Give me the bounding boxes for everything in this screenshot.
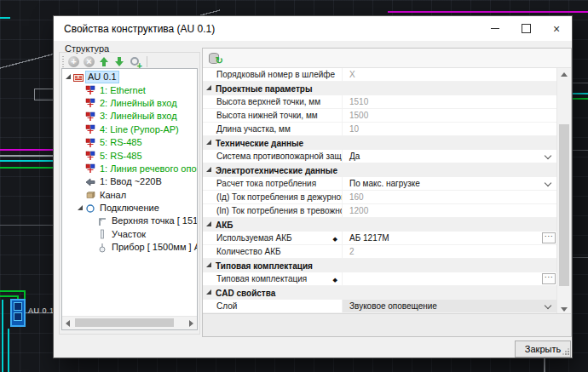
property-category-row[interactable]: Технические данные (203, 136, 557, 150)
grid-vertical-scrollbar[interactable] (556, 68, 571, 316)
tree-item-label: Канал (98, 190, 128, 201)
add-component-icon[interactable] (130, 56, 142, 68)
scroll-down-icon[interactable] (561, 307, 568, 312)
collapse-icon[interactable] (206, 262, 211, 267)
property-value[interactable]: АБ 1217М (342, 232, 557, 244)
property-row[interactable]: (Iп) Ток потребления в тревожном р...120… (203, 204, 557, 218)
property-value[interactable]: 1500 (342, 109, 557, 122)
property-value[interactable]: 160 (342, 191, 557, 203)
toolbar-separator (147, 56, 147, 67)
property-name: (Iд) Ток потребления в дежурном ре... (203, 192, 342, 202)
tree-item-label: Подключение (98, 203, 161, 214)
property-value[interactable]: Да (342, 150, 557, 163)
scroll-up-icon[interactable] (561, 72, 568, 77)
property-value-text: 1510 (349, 97, 368, 106)
chevron-down-icon[interactable] (545, 152, 551, 159)
scrollbar-thumb[interactable] (75, 318, 174, 327)
collapse-icon[interactable] (206, 167, 211, 172)
property-row[interactable]: Порядковый номер в шлейфеX (203, 68, 557, 82)
tree-item[interactable]: 4: Line (Рупор-АР) (62, 123, 197, 136)
collapse-icon[interactable] (206, 221, 211, 226)
tree-item[interactable]: Прибор [ 1500мм ] AU 0.1 (62, 241, 197, 254)
property-row[interactable]: Типовая комплектация◆ (203, 272, 557, 286)
tree-item[interactable]: 5: RS-485 (62, 136, 197, 149)
property-value-text: Звуковое оповещение (349, 301, 437, 311)
tree-item[interactable]: Верхняя точка [ 1510мм ] (62, 215, 197, 227)
minimize-button[interactable] (480, 16, 510, 41)
tree-item[interactable]: Подключение (62, 202, 197, 215)
chevron-down-icon[interactable] (545, 180, 551, 186)
tree-item[interactable]: Канал (62, 189, 197, 202)
port-icon (85, 138, 95, 148)
property-value[interactable]: 1510 (342, 95, 557, 108)
tree-item[interactable]: 3: Линейный вход (62, 110, 197, 123)
property-row[interactable]: Используемая АКБ◆АБ 1217М (203, 232, 557, 245)
resize-grip[interactable] (562, 348, 569, 355)
chevron-down-icon[interactable] (545, 302, 551, 309)
expander-icon[interactable] (77, 204, 85, 213)
category-label: Проектные параметры (216, 84, 312, 94)
delete-icon[interactable] (84, 56, 95, 67)
tree-horizontal-scrollbar[interactable] (62, 316, 197, 329)
tree-item[interactable]: 2: Линейный вход (62, 97, 197, 110)
pin-icon (97, 243, 107, 253)
property-row[interactable]: Расчет тока потребленияПо макс. нагрузке (203, 177, 557, 191)
property-name: Длина участка, мм (203, 124, 342, 134)
refresh-data-icon[interactable]: ↻ (209, 52, 222, 64)
toolbar-grip[interactable] (62, 56, 64, 67)
property-value[interactable]: Звуковое оповещение (342, 300, 557, 312)
property-value[interactable] (342, 272, 557, 285)
expander-icon[interactable] (65, 73, 73, 82)
move-up-icon[interactable] (99, 56, 110, 67)
property-row[interactable]: Система противопожарной защитыДа (203, 150, 557, 163)
collapse-icon[interactable] (206, 140, 211, 145)
property-row[interactable]: Количество АКБ2 (203, 245, 557, 259)
property-category-row[interactable]: Проектные параметры (203, 82, 557, 95)
property-category-row[interactable]: CAD свойства (203, 286, 557, 300)
expander-spacer (77, 152, 85, 160)
property-category-row[interactable]: АКБ (203, 218, 557, 232)
tree-item[interactable]: 1: Ввод ~220В (62, 175, 197, 188)
collapse-icon[interactable] (206, 85, 211, 90)
property-row[interactable]: Длина участка, мм10 (203, 123, 557, 136)
tree-item[interactable]: 1: Ethernet (62, 83, 197, 96)
property-value[interactable]: X (342, 68, 557, 81)
property-row[interactable]: (Iд) Ток потребления в дежурном ре...160 (203, 191, 557, 204)
scrollbar-thumb[interactable] (559, 124, 569, 286)
port-icon (85, 151, 95, 161)
cad-device-symbol[interactable] (10, 299, 26, 327)
ellipsis-button[interactable] (542, 232, 556, 243)
property-category-row[interactable]: Электротехнические данные (203, 163, 557, 177)
tree-item[interactable]: AU 0.1 (62, 71, 197, 83)
property-name: Количество АКБ (203, 247, 342, 256)
move-down-icon[interactable] (114, 56, 125, 67)
tree-item-label: 1: Ethernet (98, 85, 147, 96)
property-value[interactable]: 10 (342, 123, 557, 135)
property-value[interactable]: 1200 (342, 204, 557, 217)
close-icon: × (553, 25, 560, 33)
property-row[interactable]: СлойЗвуковое оповещение (203, 300, 557, 313)
ellipsis-button[interactable] (542, 273, 556, 284)
add-icon[interactable] (68, 56, 79, 67)
property-name: Расчет тока потребления (203, 179, 342, 188)
property-row[interactable]: Высота верхней точки, мм1510 (203, 95, 557, 109)
property-value[interactable]: По макс. нагрузке (342, 177, 557, 190)
expander-spacer (77, 191, 85, 199)
property-category-row[interactable]: Типовая комплектация (203, 259, 557, 272)
tree-item[interactable]: Участок (62, 228, 197, 241)
tree-item[interactable]: 5: RS-485 (62, 149, 197, 162)
maximize-button[interactable] (510, 16, 541, 41)
close-button[interactable]: × (541, 16, 572, 41)
tree-item[interactable]: 1: Линия речевого оповеще (62, 163, 197, 175)
tree-item-label: Участок (110, 229, 147, 240)
scroll-left-icon[interactable] (66, 320, 70, 327)
property-value[interactable]: 2 (342, 245, 557, 258)
title-bar[interactable]: Свойства конструктива (AU 0.1) × (54, 16, 572, 41)
property-row[interactable]: Высота нижней точки, мм1500 (203, 109, 557, 123)
expander-spacer (77, 125, 85, 134)
collapse-icon[interactable] (206, 289, 211, 295)
connection-icon (85, 203, 95, 214)
scroll-right-icon[interactable] (189, 320, 193, 327)
segment-icon (97, 229, 107, 239)
diamond-icon: ◆ (333, 277, 337, 283)
